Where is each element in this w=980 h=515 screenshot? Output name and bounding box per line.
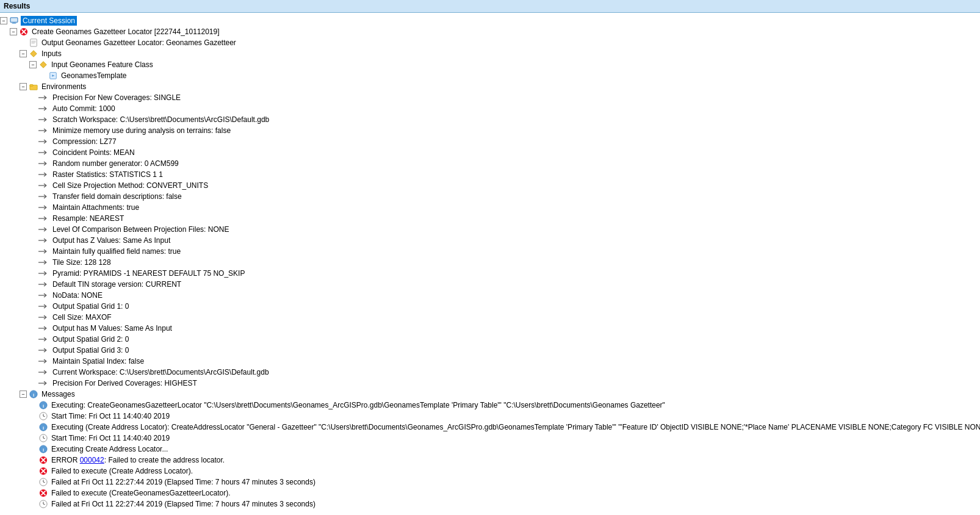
env-arrow-icon — [38, 192, 49, 201]
message-content: Executing Create Address Locator... — [50, 444, 169, 454]
msg-text-before: ERROR — [51, 456, 80, 464]
env-text: Maintain Attachments: true — [51, 203, 140, 212]
env-arrow-icon — [38, 236, 49, 245]
env-arrow-icon — [38, 181, 49, 190]
env-item: Precision For Derived Coverages: HIGHEST — [0, 378, 980, 389]
tree-container: − Current Session − — [0, 13, 980, 512]
results-header: Results — [0, 0, 980, 13]
msg-type-icon: i — [38, 422, 48, 432]
env-item: Precision For New Coverages: SINGLE — [0, 92, 980, 103]
message-content: ERROR 000042: Failed to create the addre… — [50, 455, 226, 465]
message-content: Executing (Create Address Locator): Crea… — [50, 422, 980, 432]
env-arrow-icon — [38, 170, 49, 179]
msg-text: Executing Create Address Locator... — [51, 445, 168, 453]
message-item: Failed at Fri Oct 11 22:27:44 2019 (Elap… — [0, 477, 980, 488]
env-text: Cell Size Projection Method: CONVERT_UNI… — [51, 181, 209, 190]
session-icon — [9, 16, 19, 26]
env-text: Output Spatial Grid 3: 0 — [51, 345, 130, 355]
env-arrow-icon — [38, 93, 49, 103]
msg-text: Start Time: Fri Oct 11 14:40:40 2019 — [51, 434, 170, 442]
env-item: Output has Z Values: Same As Input — [0, 235, 980, 246]
env-text: Output Spatial Grid 1: 0 — [51, 301, 130, 311]
message-item: Failed to execute (Create Address Locato… — [0, 466, 980, 477]
environments-icon — [29, 82, 38, 92]
message-item: ERROR 000042: Failed to create the addre… — [0, 455, 980, 466]
env-text: Output has Z Values: Same As Input — [51, 236, 171, 245]
session-row[interactable]: − Current Session — [0, 15, 980, 26]
results-title: Results — [4, 2, 30, 10]
svg-rect-2 — [13, 23, 15, 23]
env-text: NoData: NONE — [51, 290, 104, 300]
output-row[interactable]: Output Geonames Gazetteer Locator: Geona… — [0, 37, 980, 48]
messages-expander[interactable]: − — [20, 391, 27, 398]
env-item: Auto Commit: 1000 — [0, 103, 980, 114]
env-item: Default TIN storage version: CURRENT — [0, 279, 980, 290]
template-icon — [48, 71, 58, 81]
messages-label: Messages — [40, 389, 76, 399]
env-text: Precision For New Coverages: SINGLE — [51, 93, 182, 103]
job-row[interactable]: − Create Geonames Gazetteer Locator [222… — [0, 26, 980, 37]
svg-marker-11 — [31, 51, 37, 57]
message-content: Start Time: Fri Oct 11 14:40:40 2019 — [50, 433, 171, 443]
job-label: Create Geonames Gazetteer Locator [22274… — [31, 27, 221, 37]
env-arrow-icon — [38, 115, 49, 124]
message-content: Failed to execute (CreateGeonamesGazette… — [50, 488, 231, 498]
msg-type-icon — [38, 466, 48, 476]
env-text: Level Of Comparison Between Projection F… — [51, 225, 230, 234]
messages-icon: i — [29, 389, 38, 399]
env-text: Compression: LZ77 — [51, 137, 118, 146]
message-content: Failed to execute (Create Address Locato… — [50, 466, 194, 476]
message-content: Failed at Fri Oct 11 22:27:44 2019 (Elap… — [50, 499, 317, 509]
env-text: Maintain fully qualified field names: tr… — [51, 247, 182, 256]
inputs-row[interactable]: − Inputs — [0, 48, 980, 59]
env-text: Scratch Workspace: C:\Users\brett\Docume… — [51, 115, 270, 124]
input-feature-expander[interactable]: − — [29, 61, 37, 68]
message-item: Start Time: Fri Oct 11 14:40:40 2019 — [0, 411, 980, 422]
svg-marker-12 — [40, 62, 47, 68]
env-item: Compression: LZ77 — [0, 136, 980, 147]
job-expander[interactable]: − — [10, 28, 17, 35]
msg-type-icon — [38, 499, 48, 509]
env-text: Output Spatial Grid 2: 0 — [51, 334, 130, 344]
env-text: Resample: NEAREST — [51, 214, 125, 223]
env-arrow-icon — [38, 159, 49, 168]
env-item: NoData: NONE — [0, 290, 980, 301]
env-arrow-icon — [38, 334, 49, 344]
environments-row[interactable]: − Environments — [0, 81, 980, 92]
environments-expander[interactable]: − — [20, 83, 27, 90]
msg-type-icon — [38, 477, 48, 487]
message-item: i Executing: CreateGeonamesGazetteerLoca… — [0, 400, 980, 411]
env-text: Precision For Derived Coverages: HIGHEST — [51, 378, 198, 388]
messages-row[interactable]: − i Messages — [0, 389, 980, 400]
message-content: Start Time: Fri Oct 11 14:40:40 2019 — [50, 411, 171, 421]
svg-rect-16 — [30, 85, 33, 87]
env-item: Current Workspace: C:\Users\brett\Docume… — [0, 367, 980, 378]
svg-text:i: i — [43, 403, 44, 409]
error-icon — [19, 27, 29, 37]
env-arrow-icon — [38, 378, 49, 388]
template-label: GeonamesTemplate — [60, 71, 128, 81]
env-text: Raster Statistics: STATISTICS 1 1 — [51, 170, 164, 179]
env-arrow-icon — [38, 367, 49, 377]
input-feature-row[interactable]: − Input Geonames Feature Class — [0, 59, 980, 70]
msg-text: Start Time: Fri Oct 11 14:40:40 2019 — [51, 412, 170, 420]
env-text: Cell Size: MAXOF — [51, 312, 113, 322]
env-item: Transfer field domain descriptions: fals… — [0, 191, 980, 202]
env-item: Raster Statistics: STATISTICS 1 1 — [0, 169, 980, 180]
inputs-expander[interactable]: − — [20, 50, 27, 57]
env-arrow-icon — [38, 126, 49, 135]
svg-rect-7 — [31, 39, 37, 46]
msg-type-icon: i — [38, 444, 48, 454]
env-text: Auto Commit: 1000 — [51, 104, 117, 113]
template-row[interactable]: GeonamesTemplate — [0, 70, 980, 81]
msg-text: Failed at Fri Oct 11 22:27:44 2019 (Elap… — [51, 500, 315, 508]
session-expander[interactable]: − — [0, 17, 7, 24]
msg-text-after: : Failed to create the address locator. — [104, 456, 225, 464]
msg-text: Executing (Create Address Locator): Crea… — [51, 423, 980, 431]
env-arrow-icon — [38, 214, 49, 223]
env-item: Random number generator: 0 ACM599 — [0, 158, 980, 169]
env-arrow-icon — [38, 345, 49, 355]
error-link[interactable]: 000042 — [80, 456, 104, 464]
msg-type-icon — [38, 433, 48, 443]
svg-rect-1 — [12, 23, 16, 24]
